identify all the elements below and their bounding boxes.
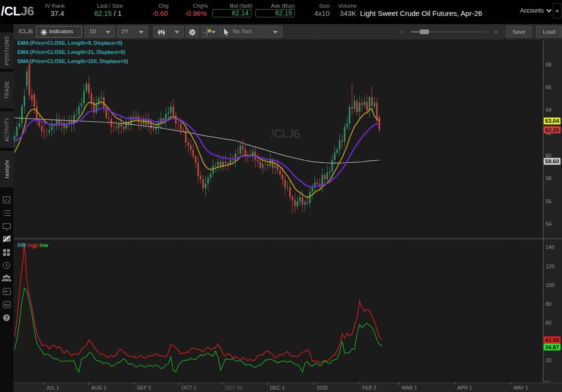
svg-text:60: 60 <box>546 153 551 158</box>
svg-text:JUL 1: JUL 1 <box>46 385 59 391</box>
svg-text:DEC 1: DEC 1 <box>270 385 285 391</box>
svg-text:20: 20 <box>546 357 551 363</box>
svg-text:SMA (Price=CLOSE, Length=100,: SMA (Price=CLOSE, Length=100, Displace=0… <box>17 58 128 64</box>
svg-text:140: 140 <box>546 244 554 250</box>
svg-text:2026: 2026 <box>317 385 328 391</box>
svg-text:63.04: 63.04 <box>545 118 559 124</box>
svg-text:68: 68 <box>546 62 551 67</box>
svg-text:80: 80 <box>546 301 551 307</box>
svg-text:100: 100 <box>546 282 554 288</box>
svg-text:SEP 2: SEP 2 <box>137 385 151 391</box>
svg-text:APR 1: APR 1 <box>457 385 472 391</box>
svg-text:OCT 1: OCT 1 <box>182 385 197 391</box>
svg-text:66: 66 <box>546 84 551 90</box>
svg-text:60: 60 <box>546 320 551 326</box>
svg-text:AUG 1: AUG 1 <box>91 385 107 391</box>
svg-text:56: 56 <box>546 198 551 204</box>
svg-text:EMA (Price=CLOSE, Length=21, D: EMA (Price=CLOSE, Length=21, Displace=0) <box>17 49 125 55</box>
svg-text:FEB 2: FEB 2 <box>362 385 376 391</box>
svg-text:?: ? <box>5 315 8 321</box>
svg-text:EMA (Price=CLOSE, Length=9, Di: EMA (Price=CLOSE, Length=9, Displace=0) <box>17 40 122 46</box>
svg-text:34.87: 34.87 <box>545 344 559 350</box>
svg-text:MAR 1: MAR 1 <box>401 385 417 391</box>
svg-text:120: 120 <box>546 263 554 269</box>
svg-text:/CLJ6: /CLJ6 <box>271 128 300 140</box>
svg-text:54: 54 <box>546 221 551 227</box>
svg-text:59.60: 59.60 <box>545 158 559 164</box>
svg-text:64: 64 <box>546 107 551 113</box>
svg-text:58: 58 <box>546 175 551 181</box>
svg-text:F2: F2 <box>4 303 9 307</box>
svg-text:41.50: 41.50 <box>545 337 559 343</box>
svg-text:MAY 1: MAY 1 <box>513 385 528 391</box>
svg-text:62.26: 62.26 <box>545 127 559 133</box>
svg-text:OCT 30: OCT 30 <box>225 385 242 391</box>
